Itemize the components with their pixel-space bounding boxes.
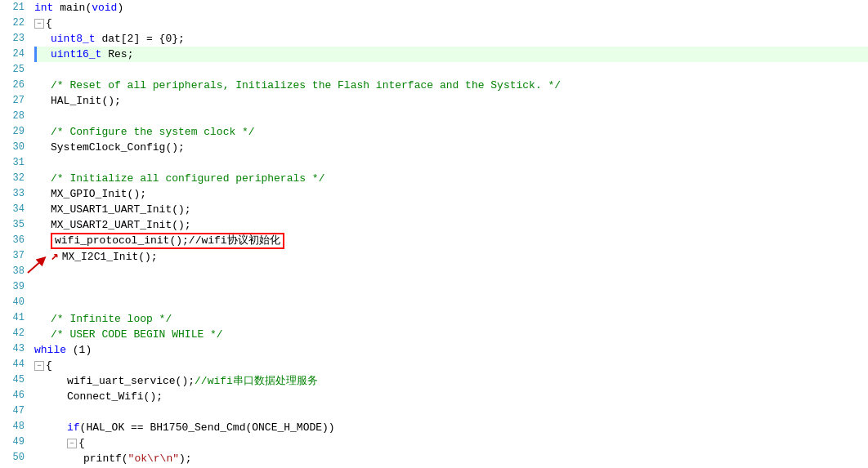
code-token: wifi_uart_service(); <box>67 373 195 389</box>
code-line <box>34 280 868 296</box>
code-line <box>34 62 868 78</box>
code-token: /* Configure the system clock */ <box>51 124 255 140</box>
line-numbers-column: 2122232425262728293031323334353637383940… <box>0 0 31 468</box>
code-line: if(HAL_OK == BH1750_Send_Cmd(ONCE_H_MODE… <box>34 420 868 435</box>
line-number: 31 <box>3 155 25 171</box>
line-number: 46 <box>3 388 25 403</box>
code-token: MX_USART1_UART_Init(); <box>51 202 191 217</box>
code-token: ); <box>179 451 192 466</box>
line-number: 36 <box>3 233 25 248</box>
code-token: MX_USART2_UART_Init(); <box>51 217 191 233</box>
collapse-icon[interactable]: − <box>34 19 44 29</box>
code-line: MX_GPIO_Init(); <box>34 186 868 202</box>
code-line: uint16_t Res; <box>34 47 868 62</box>
line-number: 25 <box>3 62 25 78</box>
code-token: Res; <box>101 47 133 62</box>
line-number: 26 <box>3 78 25 93</box>
line-number: 22 <box>3 16 25 31</box>
code-token: { <box>78 435 85 451</box>
line-number: 44 <box>3 357 25 372</box>
code-line <box>34 155 868 171</box>
code-token: ) <box>117 0 123 16</box>
collapse-icon[interactable]: − <box>34 361 44 371</box>
code-token: (HAL_OK == BH1750_Send_Cmd(ONCE_H_MODE)) <box>80 420 335 435</box>
line-number: 32 <box>3 171 25 186</box>
red-arrow-indicator: ↗ <box>51 249 59 265</box>
line-number: 50 <box>3 450 25 466</box>
code-line: wifi_protocol_init();//wifi协议初始化 <box>34 233 868 249</box>
code-line: /* Reset of all peripherals, Initializes… <box>34 78 868 93</box>
code-line <box>34 109 868 124</box>
code-token: HAL_Init(); <box>51 93 121 109</box>
line-number: 47 <box>3 403 25 419</box>
code-line: MX_USART1_UART_Init(); <box>34 202 868 217</box>
code-token: if <box>67 420 80 435</box>
line-number: 27 <box>3 93 25 109</box>
line-number: 40 <box>3 295 25 310</box>
line-number: 34 <box>3 202 25 217</box>
code-token: int <box>34 0 53 16</box>
line-number: 38 <box>3 264 25 279</box>
line-number: 37 <box>3 248 25 264</box>
line-number: 24 <box>3 47 25 62</box>
line-number: 30 <box>3 140 25 155</box>
line-number: 21 <box>3 0 25 16</box>
line-number: 45 <box>3 372 25 388</box>
code-line: −{ <box>34 16 868 31</box>
code-token: { <box>46 16 52 31</box>
line-number: 43 <box>3 341 25 357</box>
code-token: /* USER CODE BEGIN WHILE */ <box>51 327 223 342</box>
code-line: /* Initialize all configured peripherals… <box>34 171 868 186</box>
code-line: −{ <box>34 435 868 451</box>
code-line: printf("ok\r\n"); <box>34 451 868 466</box>
line-number: 48 <box>3 419 25 435</box>
code-line: while (1) <box>34 342 868 358</box>
code-line: /* Configure the system clock */ <box>34 124 868 140</box>
code-token: /* Reset of all peripherals, Initializes… <box>51 78 561 93</box>
code-token: "ok\r\n" <box>128 451 179 466</box>
code-editor: 2122232425262728293031323334353637383940… <box>0 0 868 468</box>
code-token: { <box>46 358 52 373</box>
code-line: /* Infinite loop */ <box>34 311 868 327</box>
code-line: int main(void) <box>34 0 868 16</box>
code-line <box>34 404 868 420</box>
code-line <box>34 265 868 280</box>
line-number: 39 <box>3 279 25 295</box>
code-area[interactable]: int main(void)−{uint8_t dat[2] = {0};uin… <box>31 0 868 468</box>
code-token: SystemClock_Config(); <box>51 140 185 155</box>
line-number: 35 <box>3 217 25 233</box>
code-line: Connect_Wifi(); <box>34 389 868 404</box>
code-token: //wifi串口数据处理服务 <box>195 373 318 389</box>
code-token: /* Infinite loop */ <box>51 311 172 327</box>
code-token: while <box>34 342 66 358</box>
code-token: MX_GPIO_Init(); <box>51 186 146 202</box>
code-token: MX_I2C1_Init(); <box>62 249 158 265</box>
line-number: 23 <box>3 31 25 47</box>
code-token: dat[2] = {0}; <box>96 31 185 47</box>
line-number: 28 <box>3 109 25 124</box>
code-line: uint8_t dat[2] = {0}; <box>34 31 868 47</box>
line-number: 33 <box>3 186 25 202</box>
line-number: 41 <box>3 310 25 326</box>
current-line-indicator <box>34 47 37 62</box>
highlighted-code-box: wifi_protocol_init();//wifi协议初始化 <box>51 233 284 249</box>
code-line: wifi_uart_service();//wifi串口数据处理服务 <box>34 373 868 389</box>
code-token: uint16_t <box>51 47 101 62</box>
collapse-icon[interactable]: − <box>67 439 77 448</box>
code-token: Connect_Wifi(); <box>67 389 163 404</box>
code-line: MX_USART2_UART_Init(); <box>34 217 868 233</box>
code-token: (1) <box>66 342 92 358</box>
code-token: main( <box>53 0 92 16</box>
code-token: printf( <box>83 451 128 466</box>
code-token: /* Initialize all configured peripherals… <box>51 171 324 186</box>
code-line: ↗MX_I2C1_Init(); <box>34 249 868 265</box>
line-number: 29 <box>3 124 25 140</box>
code-line: /* USER CODE BEGIN WHILE */ <box>34 327 868 342</box>
code-token: uint8_t <box>51 31 96 47</box>
code-line: SystemClock_Config(); <box>34 140 868 155</box>
line-number: 49 <box>3 435 25 450</box>
code-line <box>34 296 868 311</box>
code-token: void <box>92 0 117 16</box>
line-number: 42 <box>3 326 25 341</box>
code-line: HAL_Init(); <box>34 93 868 109</box>
